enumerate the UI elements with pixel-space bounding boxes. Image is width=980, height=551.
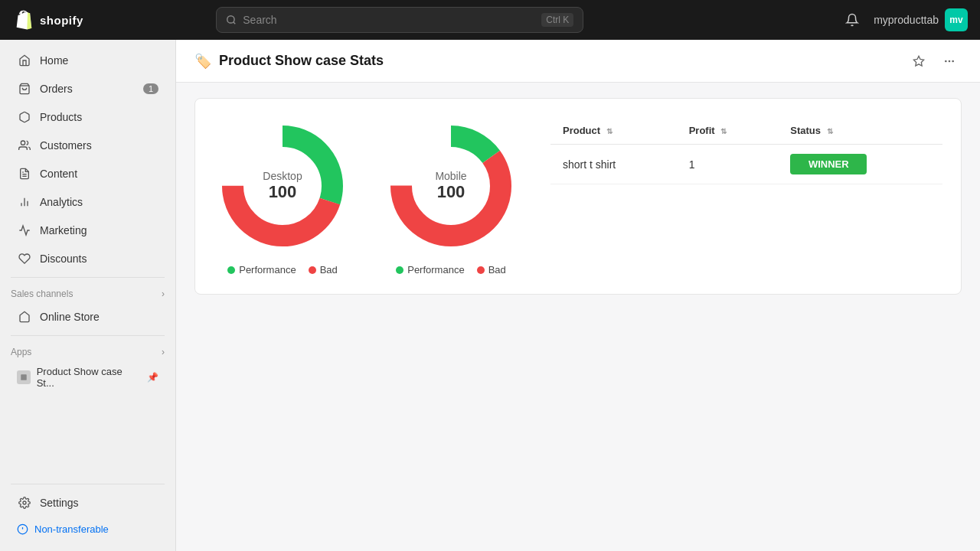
shopify-logo[interactable]: shopify xyxy=(12,9,83,31)
table-header-row: Product ⇅ Profit ⇅ Status xyxy=(550,117,942,145)
stats-card: Desktop 100 Performance xyxy=(194,98,962,295)
pin-icon[interactable]: 📌 xyxy=(147,372,158,383)
logo-text: shopify xyxy=(40,14,83,27)
apps-label: Apps xyxy=(11,347,31,357)
status-cell: WINNER xyxy=(778,145,942,184)
sort-icon[interactable]: ⇅ xyxy=(827,127,833,135)
sidebar-item-app-product-showcase[interactable]: Product Show case St... 📌 xyxy=(6,361,169,393)
stats-table: Product ⇅ Profit ⇅ Status xyxy=(550,117,942,184)
sidebar-item-home[interactable]: Home xyxy=(6,47,169,74)
product-cell: short t shirt xyxy=(550,145,677,184)
bad-dot xyxy=(309,266,316,274)
app-icon xyxy=(17,370,31,384)
discounts-icon xyxy=(17,251,32,266)
product-column-header[interactable]: Product ⇅ xyxy=(550,117,677,145)
table-row: short t shirt 1 WINNER xyxy=(550,145,942,184)
chevron-icon[interactable]: › xyxy=(162,289,165,299)
sidebar-label: Home xyxy=(40,54,68,67)
content-area: Desktop 100 Performance xyxy=(176,83,980,310)
sidebar-item-settings[interactable]: Settings xyxy=(6,489,169,517)
sidebar-item-online-store[interactable]: Online Store xyxy=(6,303,169,331)
profit-header-label: Profit xyxy=(689,125,715,136)
orders-badge: 1 xyxy=(143,83,158,94)
sidebar-label: Discounts xyxy=(40,253,87,265)
user-menu[interactable]: myproducttab mv xyxy=(874,8,968,31)
svg-rect-8 xyxy=(21,374,27,380)
svg-point-2 xyxy=(21,141,24,145)
table-header: Product ⇅ Profit ⇅ Status xyxy=(550,117,942,145)
apps-chevron-icon[interactable]: › xyxy=(162,347,165,357)
pin-button[interactable] xyxy=(906,49,931,73)
sidebar: Home Orders 1 Products Customers xyxy=(0,40,176,551)
bell-icon xyxy=(845,13,859,27)
sales-channels-section: Sales channels › xyxy=(0,282,175,302)
sidebar-label: Analytics xyxy=(40,196,83,208)
performance-dot xyxy=(227,266,235,274)
home-icon xyxy=(17,53,32,68)
sort-icon[interactable]: ⇅ xyxy=(606,127,612,135)
main-content: 🏷️ Product Show case Stats xyxy=(176,40,980,551)
sales-channels-label: Sales channels xyxy=(11,289,73,299)
analytics-icon xyxy=(17,194,32,210)
mobile-donut-chart: Mobile 100 xyxy=(382,117,520,255)
desktop-chart-title: Desktop xyxy=(263,170,302,182)
search-icon xyxy=(226,15,237,25)
svg-point-15 xyxy=(946,60,946,61)
app-name-label: Product Show case St... xyxy=(37,366,141,389)
notification-bell-button[interactable] xyxy=(840,8,864,32)
sidebar-item-orders[interactable]: Orders 1 xyxy=(6,75,169,103)
sidebar-label: Marketing xyxy=(40,224,87,236)
page-title-area: 🏷️ Product Show case Stats xyxy=(194,53,384,70)
charts-group: Desktop 100 Performance xyxy=(214,117,520,276)
search-shortcut: Ctrl K xyxy=(541,13,573,27)
sidebar-nav: Home Orders 1 Products Customers xyxy=(0,40,175,473)
non-transferable-label: Non-transferable xyxy=(34,523,109,535)
sidebar-item-customers[interactable]: Customers xyxy=(6,132,169,159)
online-store-icon xyxy=(17,309,32,324)
customers-icon xyxy=(17,138,32,153)
mobile-chart-value: 100 xyxy=(435,182,466,202)
sidebar-label: Customers xyxy=(40,139,92,152)
sidebar-label: Online Store xyxy=(40,311,100,323)
desktop-chart-value: 100 xyxy=(263,182,302,202)
product-table: Product ⇅ Profit ⇅ Status xyxy=(550,117,942,184)
charts-and-table: Desktop 100 Performance xyxy=(214,117,942,276)
sidebar-item-analytics[interactable]: Analytics xyxy=(6,188,169,216)
svg-point-13 xyxy=(949,60,949,61)
pin-icon xyxy=(913,55,925,67)
user-name: myproducttab xyxy=(874,14,939,26)
winner-badge: WINNER xyxy=(790,154,867,174)
search-bar[interactable]: Ctrl K xyxy=(216,7,583,33)
marketing-icon xyxy=(17,223,32,238)
svg-point-0 xyxy=(227,16,234,23)
more-options-button[interactable] xyxy=(937,49,962,73)
non-transferable-banner[interactable]: Non-transferable xyxy=(6,517,169,541)
status-column-header[interactable]: Status ⇅ xyxy=(778,117,942,145)
sidebar-item-content[interactable]: Content xyxy=(6,160,169,187)
sidebar-item-marketing[interactable]: Marketing xyxy=(6,217,169,244)
desktop-chart-container: Desktop 100 Performance xyxy=(214,117,351,276)
profit-cell: 1 xyxy=(677,145,779,184)
profit-column-header[interactable]: Profit ⇅ xyxy=(677,117,779,145)
mobile-donut-label: Mobile 100 xyxy=(435,170,466,202)
page-title: Product Show case Stats xyxy=(219,53,384,69)
more-icon xyxy=(943,55,956,67)
sort-icon[interactable]: ⇅ xyxy=(720,127,727,135)
desktop-legend: Performance Bad xyxy=(227,264,338,276)
status-header-label: Status xyxy=(790,125,821,136)
sidebar-item-products[interactable]: Products xyxy=(6,103,169,131)
sidebar-bottom: Settings Non-transferable xyxy=(0,473,175,551)
orders-icon xyxy=(17,81,32,96)
sidebar-item-discounts[interactable]: Discounts xyxy=(6,245,169,272)
sidebar-label: Products xyxy=(40,111,82,123)
divider xyxy=(11,277,165,278)
page-header-actions xyxy=(906,49,962,73)
performance-label: Performance xyxy=(407,264,464,276)
page-title-icon: 🏷️ xyxy=(194,53,211,70)
desktop-donut-chart: Desktop 100 xyxy=(214,117,351,255)
apps-section: Apps › xyxy=(0,341,175,360)
svg-point-14 xyxy=(952,60,953,61)
legend-bad: Bad xyxy=(477,264,506,276)
settings-icon xyxy=(17,495,32,510)
search-input[interactable] xyxy=(243,14,535,26)
